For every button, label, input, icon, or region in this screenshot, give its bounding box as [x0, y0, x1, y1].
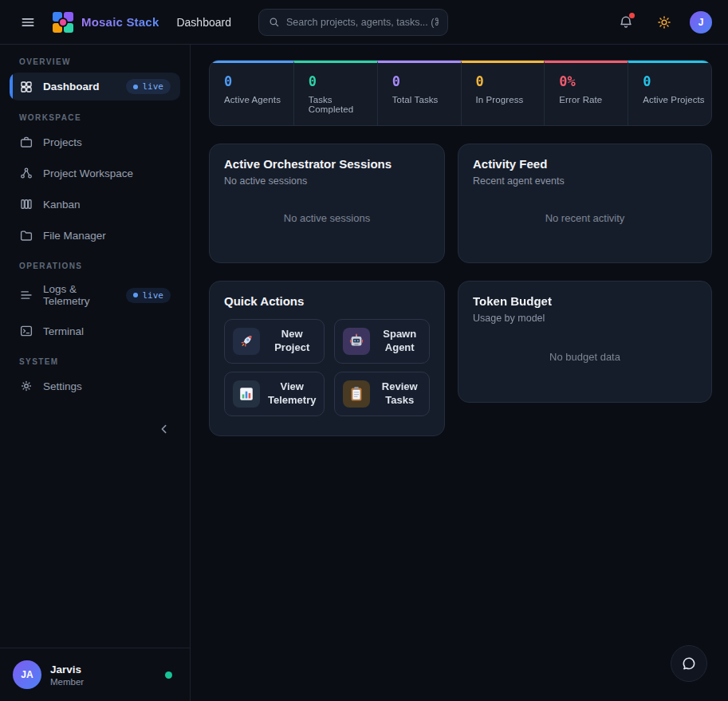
stat-label: In Progress [476, 95, 540, 104]
stat-active-agents: 0 Active Agents [210, 61, 293, 125]
sidebar-collapse-button[interactable] [155, 419, 174, 441]
card-title: Quick Actions [224, 294, 430, 308]
user-avatar[interactable]: J [690, 11, 712, 33]
sidebar-item-label: File Manager [43, 230, 106, 242]
stats-row: 0 Active Agents 0 Tasks Completed 0 Tota… [209, 60, 712, 126]
sidebar-nav: OVERVIEW Dashboard live WORKSPACE Projec… [0, 45, 190, 648]
new-project-button[interactable]: New Project [224, 319, 325, 364]
global-search[interactable] [258, 9, 448, 36]
briefcase-icon [19, 135, 33, 149]
activity-feed-card: Activity Feed Recent agent events No rec… [458, 144, 712, 263]
quick-action-label: Spawn Agent [378, 328, 421, 355]
sidebar-item-file-manager[interactable]: File Manager [10, 222, 180, 249]
card-subtitle: Recent agent events [473, 175, 697, 187]
stat-label: Tasks Completed [309, 95, 372, 114]
token-budget-card: Token Budget Usage by model No budget da… [458, 281, 712, 403]
sidebar-item-projects[interactable]: Projects [10, 128, 180, 156]
quick-action-label: Review Tasks [378, 380, 421, 408]
stat-tasks-completed: 0 Tasks Completed [293, 61, 377, 125]
card-subtitle: Usage by model [473, 313, 697, 324]
nav-section-overview: OVERVIEW Dashboard live [10, 57, 180, 100]
sidebar-item-terminal[interactable]: Terminal [10, 317, 180, 345]
sidebar-item-label: Terminal [43, 325, 84, 337]
notification-dot [629, 13, 635, 18]
stat-label: Active Agents [224, 95, 289, 104]
quick-actions-grid: New Project Spawn Agent View Telemetry R… [224, 319, 430, 416]
card-title: Activity Feed [473, 157, 697, 171]
stat-in-progress: 0 In Progress [461, 61, 545, 125]
grid-icon [19, 80, 33, 94]
stat-value: 0% [559, 73, 623, 89]
sidebar-user-card[interactable]: JA Jarvis Member [0, 648, 190, 701]
brand-name: Mosaic Stack [81, 15, 159, 29]
sidebar-item-dashboard[interactable]: Dashboard live [10, 73, 180, 100]
section-label: WORKSPACE [19, 113, 171, 122]
chat-bubble-icon [681, 656, 697, 671]
stat-label: Active Projects [643, 95, 706, 104]
search-icon [268, 16, 280, 28]
nav-section-workspace: WORKSPACE Projects Project Workspace Kan… [10, 113, 180, 249]
stat-value: 0 [224, 73, 289, 89]
sidebar-item-label: Dashboard [43, 81, 100, 93]
sun-icon [656, 14, 672, 30]
stat-label: Error Rate [559, 95, 623, 104]
section-label: OPERATIONS [19, 262, 171, 270]
theme-toggle-button[interactable] [651, 10, 677, 35]
notifications-button[interactable] [613, 10, 639, 35]
card-title: Token Budget [473, 294, 697, 308]
chat-fab-button[interactable] [671, 645, 707, 682]
search-input[interactable] [286, 17, 439, 28]
stat-active-projects: 0 Active Projects [628, 61, 711, 125]
online-status-dot [165, 671, 172, 679]
user-initials-avatar: JA [13, 660, 41, 689]
menu-icon[interactable] [16, 10, 40, 34]
terminal-icon [19, 324, 33, 338]
mosaic-logo-icon [53, 12, 73, 33]
sidebar-item-label: Projects [43, 136, 82, 148]
empty-state: No recent activity [473, 187, 697, 250]
network-icon [19, 166, 33, 180]
stat-error-rate: 0% Error Rate [544, 61, 628, 125]
brand-logo: Mosaic Stack [53, 12, 159, 33]
spawn-agent-button[interactable]: Spawn Agent [334, 319, 430, 364]
stat-value: 0 [476, 73, 540, 89]
clipboard-icon [343, 380, 370, 408]
quick-action-label: View Telemetry [268, 380, 316, 408]
sidebar-item-kanban[interactable]: Kanban [10, 191, 180, 218]
sidebar: OVERVIEW Dashboard live WORKSPACE Projec… [0, 45, 191, 701]
sidebar-item-label: Kanban [43, 199, 81, 211]
quick-actions-card: Quick Actions New Project Spawn Agent Vi… [209, 281, 445, 436]
page-title: Dashboard [176, 16, 231, 29]
review-tasks-button[interactable]: Review Tasks [334, 372, 430, 416]
chevron-left-icon [158, 426, 171, 438]
sidebar-item-label: Logs & Telemetry [43, 283, 116, 307]
app-header: Mosaic Stack Dashboard J [0, 0, 728, 45]
nav-section-system: SYSTEM Settings [10, 357, 180, 400]
rocket-icon [233, 328, 260, 355]
live-dot-icon [133, 293, 138, 297]
live-badge: live [126, 288, 171, 303]
quick-action-label: New Project [268, 328, 316, 355]
stat-value: 0 [392, 73, 456, 89]
section-label: SYSTEM [19, 357, 171, 366]
live-badge: live [126, 79, 171, 94]
robot-icon [343, 328, 370, 355]
nav-section-operations: OPERATIONS Logs & Telemetry live Termina… [10, 262, 180, 345]
sidebar-item-settings[interactable]: Settings [10, 372, 180, 400]
sidebar-item-label: Settings [43, 380, 82, 392]
folder-icon [19, 228, 33, 242]
view-telemetry-button[interactable]: View Telemetry [224, 372, 325, 416]
empty-state: No active sessions [224, 187, 430, 250]
section-label: OVERVIEW [19, 57, 171, 66]
gear-icon [19, 379, 33, 393]
stat-label: Total Tasks [392, 95, 456, 104]
user-role: Member [50, 677, 84, 687]
empty-state: No budget data [473, 324, 697, 389]
main-content: 0 Active Agents 0 Tasks Completed 0 Tota… [191, 45, 728, 701]
card-title: Active Orchestrator Sessions [224, 157, 430, 171]
stat-total-tasks: 0 Total Tasks [377, 61, 461, 125]
kanban-icon [19, 197, 33, 211]
sidebar-item-label: Project Workspace [43, 167, 133, 179]
sidebar-item-project-workspace[interactable]: Project Workspace [10, 159, 180, 187]
sidebar-item-logs-telemetry[interactable]: Logs & Telemetry live [10, 277, 180, 313]
